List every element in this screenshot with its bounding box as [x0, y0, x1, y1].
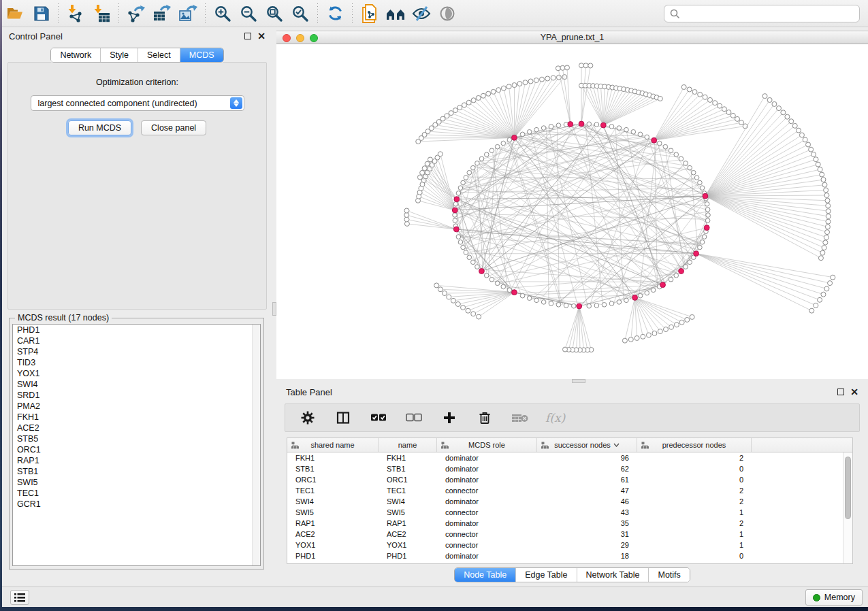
- table-cell[interactable]: 2: [637, 452, 752, 463]
- network-node[interactable]: [687, 87, 692, 92]
- network-node[interactable]: [730, 113, 735, 118]
- table-row[interactable]: FKH1FKH1dominator962: [287, 452, 843, 463]
- tab-motifs[interactable]: Motifs: [648, 568, 689, 582]
- network-node[interactable]: [583, 63, 588, 68]
- network-node[interactable]: [456, 191, 461, 196]
- network-node[interactable]: [551, 76, 556, 80]
- table-cell[interactable]: 62: [537, 463, 637, 474]
- table-cell[interactable]: dominator: [437, 550, 537, 561]
- function-builder-icon[interactable]: f(x): [545, 411, 565, 425]
- network-node[interactable]: [520, 293, 525, 298]
- table-cell[interactable]: ORC1: [287, 474, 379, 485]
- network-node[interactable]: [806, 142, 811, 147]
- network-node[interactable]: [588, 63, 593, 68]
- zoom-out-icon[interactable]: [237, 3, 260, 24]
- mcds-node[interactable]: [600, 122, 606, 128]
- save-session-icon[interactable]: [29, 3, 52, 24]
- network-node[interactable]: [824, 188, 829, 193]
- network-node[interactable]: [663, 327, 668, 332]
- mcds-result-item[interactable]: SWI5: [13, 477, 260, 488]
- optimization-criterion-select[interactable]: largest connected component (undirected): [31, 95, 244, 111]
- network-node[interactable]: [447, 295, 451, 299]
- network-node[interactable]: [688, 260, 692, 265]
- network-node[interactable]: [539, 77, 544, 82]
- network-node[interactable]: [477, 314, 481, 319]
- network-node[interactable]: [657, 141, 662, 146]
- network-node[interactable]: [461, 180, 466, 185]
- table-cell[interactable]: 0: [637, 463, 752, 474]
- table-cell[interactable]: 18: [537, 550, 637, 561]
- network-node[interactable]: [658, 329, 662, 334]
- network-node[interactable]: [826, 209, 831, 214]
- table-cell[interactable]: dominator: [437, 474, 537, 485]
- table-cell[interactable]: 2: [637, 518, 752, 529]
- network-node[interactable]: [609, 301, 614, 306]
- network-node[interactable]: [669, 325, 674, 329]
- network-node[interactable]: [826, 219, 831, 224]
- delete-column-icon[interactable]: [476, 408, 494, 428]
- zoom-in-icon[interactable]: [211, 3, 234, 24]
- tab-style[interactable]: Style: [100, 48, 138, 62]
- table-cell[interactable]: connector: [437, 540, 537, 550]
- network-node[interactable]: [792, 123, 797, 128]
- network-node[interactable]: [495, 281, 500, 286]
- network-node[interactable]: [449, 111, 453, 116]
- network-node[interactable]: [669, 277, 673, 282]
- zoom-selected-icon[interactable]: [289, 3, 312, 24]
- table-cell[interactable]: FKH1: [379, 452, 437, 463]
- table-cell[interactable]: PHD1: [379, 550, 437, 561]
- network-node[interactable]: [534, 298, 539, 303]
- network-node[interactable]: [624, 127, 629, 132]
- mcds-node[interactable]: [512, 135, 517, 140]
- network-node[interactable]: [700, 240, 705, 245]
- close-panel-icon[interactable]: ✕: [850, 389, 858, 395]
- network-node[interactable]: [475, 265, 480, 269]
- network-node[interactable]: [821, 292, 826, 297]
- network-node[interactable]: [826, 203, 831, 208]
- network-node[interactable]: [549, 301, 553, 306]
- network-node[interactable]: [464, 250, 468, 255]
- table-cell[interactable]: FKH1: [287, 452, 379, 463]
- network-node[interactable]: [688, 165, 692, 170]
- table-cell[interactable]: STB1: [287, 463, 379, 474]
- table-cell[interactable]: dominator: [437, 463, 537, 474]
- network-node[interactable]: [641, 334, 645, 339]
- mcds-node[interactable]: [453, 227, 459, 232]
- window-maximize-icon[interactable]: [310, 34, 318, 42]
- network-node[interactable]: [501, 284, 506, 289]
- mcds-node[interactable]: [704, 225, 709, 231]
- network-node[interactable]: [634, 335, 639, 340]
- network-node[interactable]: [556, 123, 561, 128]
- network-node[interactable]: [703, 95, 707, 99]
- network-node[interactable]: [652, 331, 657, 335]
- network-node[interactable]: [481, 93, 485, 98]
- network-node[interactable]: [560, 65, 565, 70]
- network-node[interactable]: [594, 122, 599, 127]
- network-node[interactable]: [679, 320, 684, 325]
- network-node[interactable]: [404, 208, 409, 213]
- mcds-node[interactable]: [694, 251, 699, 257]
- table-cell[interactable]: connector: [437, 529, 537, 540]
- network-node[interactable]: [471, 165, 476, 170]
- float-panel-icon[interactable]: [244, 33, 251, 39]
- network-node[interactable]: [484, 152, 489, 157]
- network-node[interactable]: [811, 152, 816, 156]
- network-node[interactable]: [541, 126, 546, 131]
- table-cell[interactable]: ACE2: [287, 529, 379, 540]
- float-panel-icon[interactable]: [837, 389, 844, 395]
- network-node[interactable]: [489, 148, 494, 153]
- table-cell[interactable]: dominator: [437, 518, 537, 529]
- network-node[interactable]: [489, 277, 494, 282]
- network-node[interactable]: [496, 88, 501, 93]
- network-node[interactable]: [563, 347, 568, 352]
- network-node[interactable]: [777, 106, 782, 111]
- network-node[interactable]: [658, 96, 662, 101]
- network-node[interactable]: [564, 303, 568, 308]
- network-node[interactable]: [549, 125, 553, 129]
- network-node[interactable]: [617, 300, 622, 305]
- network-node[interactable]: [453, 202, 458, 207]
- mcds-result-item[interactable]: GCR1: [13, 499, 260, 510]
- import-network-icon[interactable]: [64, 3, 87, 24]
- table-cell[interactable]: SWI4: [287, 496, 379, 507]
- column-header-successor-nodes[interactable]: successor nodes: [537, 438, 637, 452]
